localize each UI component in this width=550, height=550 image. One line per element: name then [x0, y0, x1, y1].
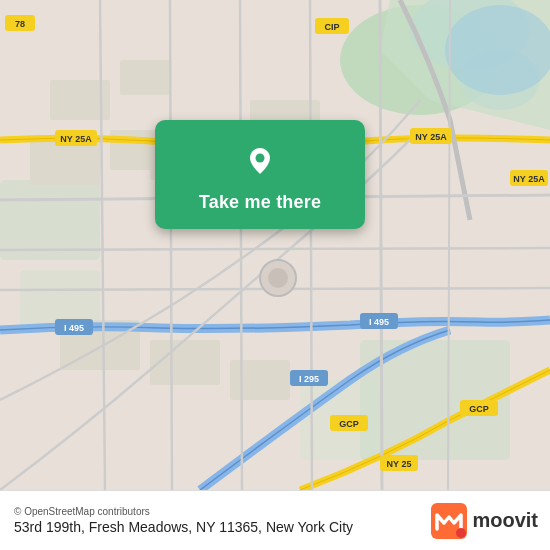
svg-point-56 [256, 154, 265, 163]
svg-text:GCP: GCP [339, 419, 359, 429]
svg-line-27 [380, 0, 382, 490]
svg-text:78: 78 [15, 19, 25, 29]
map-area: NY 25A NY 25A NY 25A I 495 I 495 I 295 N… [0, 0, 550, 490]
svg-text:I 495: I 495 [369, 317, 389, 327]
moovit-brand-label: moovit [472, 509, 538, 532]
svg-text:I 295: I 295 [299, 374, 319, 384]
svg-rect-12 [30, 140, 100, 185]
bottom-bar: © OpenStreetMap contributors 53rd 199th,… [0, 490, 550, 550]
moovit-logo: moovit [431, 503, 538, 539]
bottom-info: © OpenStreetMap contributors 53rd 199th,… [14, 506, 353, 535]
svg-text:NY 25: NY 25 [387, 459, 412, 469]
svg-point-54 [268, 268, 288, 288]
take-me-there-card[interactable]: Take me there [155, 120, 365, 229]
svg-text:I 495: I 495 [64, 323, 84, 333]
address-label: 53rd 199th, Fresh Meadows, NY 11365, New… [14, 519, 353, 535]
svg-text:NY 25A: NY 25A [513, 174, 545, 184]
svg-rect-16 [230, 360, 290, 400]
svg-text:GCP: GCP [469, 404, 489, 414]
svg-point-58 [456, 528, 466, 538]
svg-text:NY 25A: NY 25A [60, 134, 92, 144]
svg-text:CIP: CIP [324, 22, 339, 32]
svg-point-5 [445, 5, 550, 95]
svg-rect-6 [0, 180, 100, 260]
take-me-there-label: Take me there [199, 192, 321, 213]
location-pin-icon [238, 138, 282, 182]
osm-attribution: © OpenStreetMap contributors [14, 506, 353, 517]
svg-text:NY 25A: NY 25A [415, 132, 447, 142]
svg-rect-11 [120, 60, 170, 95]
moovit-icon [431, 503, 467, 539]
